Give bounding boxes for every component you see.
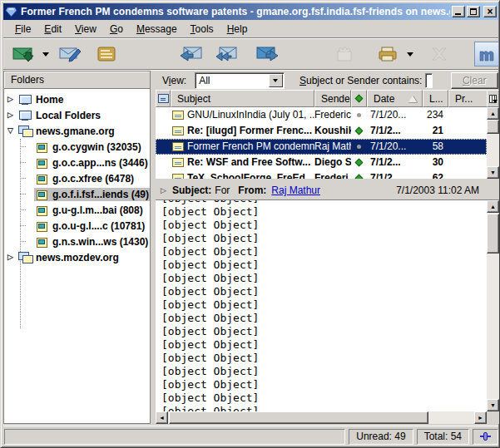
folder-tree-item[interactable]: news.mozdev.org — [4, 249, 150, 265]
folder-label: g.o.c.app...ns (3446) — [52, 157, 148, 169]
read-state-icon — [357, 145, 361, 149]
online-status-panel[interactable] — [473, 429, 498, 445]
menu-item[interactable]: Help — [220, 22, 255, 37]
view-dropdown[interactable]: All — [195, 72, 285, 89]
twisty-icon[interactable] — [7, 107, 17, 123]
menu-item[interactable]: Edit — [37, 22, 68, 37]
thread-row[interactable]: Former French PM condemn... Raj Mathur 7… — [156, 139, 487, 155]
folder-label: g.o.cygwin (32035) — [52, 141, 141, 153]
body-line: [object Object] — [161, 285, 487, 298]
thread-row[interactable]: Re: [ilugd] Former Frenc... Koushik... 7… — [156, 123, 487, 139]
folder-tree-item[interactable]: g.u-g.l.m...bai (808) — [4, 202, 150, 218]
thread-row[interactable]: TeX, SchoolForge, FreEd... Frederi... 7/… — [156, 170, 487, 179]
minimize-button[interactable] — [452, 6, 465, 17]
stop-icon — [429, 45, 449, 63]
message-subject: TeX, SchoolForge, FreEd... — [187, 170, 314, 179]
message-date: 7/1/2... — [367, 155, 423, 170]
body-line: [object Object] — [161, 272, 487, 285]
app-window: Former French PM condemns software paten… — [0, 0, 500, 448]
twisty-icon[interactable] — [7, 91, 17, 107]
body-line: [object Object] — [161, 365, 487, 378]
message-scrollbar-horizontal[interactable]: ◄ ► — [156, 411, 487, 424]
subject-column-header[interactable]: Subject — [171, 90, 314, 107]
body-line: [object Object] — [161, 258, 487, 272]
from-link[interactable]: Raj Mathur — [271, 185, 320, 196]
thread-column-button[interactable] — [156, 90, 171, 107]
print-button[interactable] — [373, 42, 403, 66]
message-sender: Diego S... — [314, 155, 351, 170]
read-state-icon — [355, 159, 364, 167]
scroll-left-button[interactable]: ◄ — [156, 411, 168, 424]
forward-button[interactable] — [253, 42, 283, 66]
reply-all-button[interactable] — [211, 42, 241, 66]
get-mail-button[interactable] — [8, 42, 38, 66]
reply-button[interactable] — [176, 42, 206, 66]
sort-ascending-icon — [408, 96, 417, 102]
folder-tree-item[interactable]: news.gmane.org — [4, 123, 150, 139]
twisty-icon[interactable] — [7, 249, 17, 265]
menu-item[interactable]: Tools — [184, 22, 220, 37]
header-twisty-icon[interactable] — [161, 183, 172, 199]
folder-tree-item[interactable]: g.o.u-g.l....c (10781) — [4, 218, 150, 234]
read-column-header[interactable] — [351, 90, 367, 107]
view-dropdown-button[interactable] — [269, 74, 283, 87]
twisty-icon[interactable] — [7, 123, 17, 139]
window-title: Former French PM condemns software paten… — [21, 6, 450, 17]
print-dropdown[interactable] — [404, 42, 416, 66]
write-button[interactable] — [55, 42, 85, 66]
scroll-down-button[interactable]: ▼ — [487, 166, 499, 179]
message-icon — [172, 111, 184, 120]
message-scrollbar-vertical[interactable]: ▲ ▼ — [487, 200, 499, 411]
thread-row[interactable]: Re: WSF and Free Softw... Diego S... 7/1… — [156, 155, 487, 170]
stop-button[interactable] — [424, 42, 454, 66]
scroll-up-button[interactable]: ▲ — [487, 200, 499, 213]
scroll-right-button[interactable]: ► — [474, 411, 487, 424]
folder-label: g.n.s.win...ws (1430) — [52, 236, 148, 248]
close-button[interactable]: × — [483, 6, 497, 17]
menu-item[interactable]: File — [8, 22, 37, 37]
thread-column-headers: Subject Sender Date L... Pr... — [156, 90, 499, 107]
get-mail-dropdown[interactable] — [40, 42, 52, 66]
body-line: [object Object] — [161, 205, 487, 219]
message-text: [object Object][object Object][object Ob… — [156, 200, 487, 411]
dropdown-arrow-icon — [42, 52, 49, 57]
message-sender: Frederi... — [314, 170, 351, 179]
folder-tree-item[interactable]: Local Folders — [4, 107, 150, 123]
close-icon: × — [484, 6, 496, 17]
date-column-header[interactable]: Date — [367, 90, 423, 107]
maximize-button[interactable] — [467, 6, 480, 17]
message-hscrollbar-thumb[interactable] — [169, 411, 428, 424]
menu-item[interactable]: Message — [130, 22, 184, 37]
scroll-up-button[interactable]: ▲ — [487, 107, 499, 120]
mozilla-m-icon — [478, 45, 496, 63]
menu-item[interactable]: View — [68, 22, 103, 37]
message-subject: Former French PM condemn... — [187, 139, 314, 155]
clear-button[interactable]: Clear — [451, 72, 499, 89]
message-subject: GNU/LinuxInIndia (July 01, ... — [187, 107, 314, 123]
filter-input[interactable] — [425, 73, 432, 88]
thread-row[interactable]: GNU/LinuxInIndia (July 01, ... Frederic.… — [156, 107, 487, 123]
message-date: 7/1/20... — [367, 107, 423, 123]
folder-tree-item[interactable]: g.n.s.win...ws (1430) — [4, 234, 150, 249]
folder-tree-item[interactable]: g.o.cygwin (32035) — [4, 139, 150, 155]
print-icon — [377, 45, 399, 63]
minimize-icon — [455, 13, 461, 15]
junk-button[interactable] — [329, 42, 359, 66]
thread-scrollbar[interactable]: ▲ ▼ — [487, 107, 499, 179]
folder-tree-item[interactable]: g.o.c.xfree (6478) — [4, 170, 150, 186]
column-picker-button[interactable] — [487, 90, 499, 107]
mozilla-logo[interactable] — [474, 42, 499, 66]
scroll-down-button[interactable]: ▼ — [487, 399, 499, 411]
folder-tree-item[interactable]: g.o.f.i.fsf...iends (49) — [4, 186, 150, 202]
thread-scrollbar-thumb[interactable] — [487, 120, 499, 134]
sender-column-header[interactable]: Sender — [314, 90, 351, 107]
message-scrollbar-thumb[interactable] — [487, 214, 499, 254]
folder-tree-item[interactable]: Home — [4, 91, 150, 107]
maximize-icon — [470, 8, 477, 15]
message-header: Subject: For From: Raj Mathur 7/1/2003 1… — [156, 181, 499, 200]
folder-tree-item[interactable]: g.o.c.app...ns (3446) — [4, 155, 150, 170]
menu-item[interactable]: Go — [103, 22, 130, 37]
message-lines: 58 — [423, 139, 448, 155]
lines-column-header[interactable]: L... — [423, 90, 448, 107]
address-book-button[interactable] — [92, 42, 121, 66]
